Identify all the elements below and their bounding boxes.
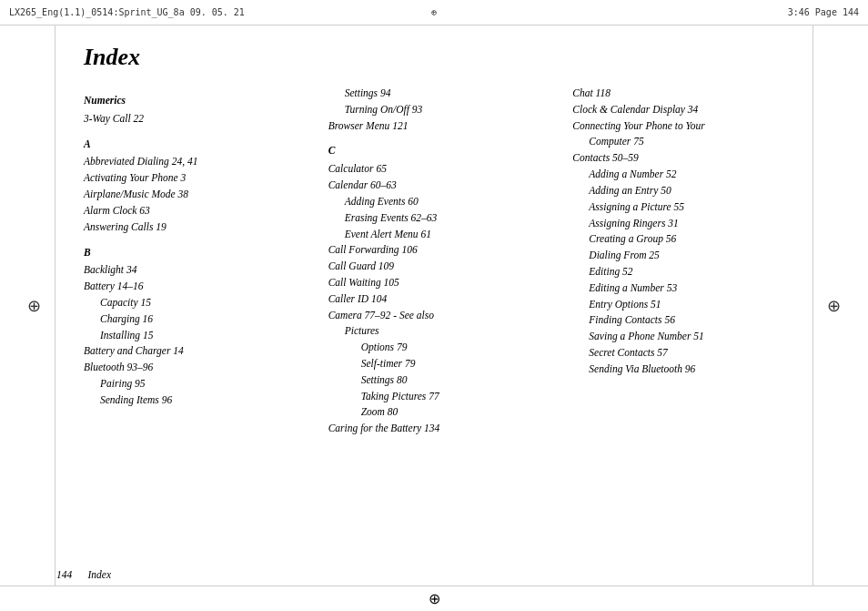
entry-erasing-events: Erasing Events 62–63 <box>345 210 559 227</box>
column-2: Settings 94 Turning On/Off 93 Browser Me… <box>321 86 566 586</box>
entry-adding-events: Adding Events 60 <box>345 194 559 210</box>
entry-sending-via-bt: Sending Via Bluetooth 96 <box>589 362 802 378</box>
entry-editing: Editing 52 <box>589 264 802 280</box>
entry-secret-contacts: Secret Contacts 57 <box>589 345 802 362</box>
entry-call-waiting: Call Waiting 105 <box>328 275 559 291</box>
column-3: Chat 118 Clock & Calendar Display 34 Con… <box>565 86 812 586</box>
page-container: LX265_Eng(1.1)_0514:Sprint_UG_8a 09. 05.… <box>0 0 868 611</box>
footer-section-name: Index <box>88 569 112 580</box>
entry-computer: Computer 75 <box>589 134 802 150</box>
entry-creating-group: Creating a Group 56 <box>589 231 802 248</box>
entry-dialing-from: Dialing From 25 <box>589 248 802 264</box>
entry-connecting-phone: Connecting Your Phone to Your <box>572 118 802 135</box>
entry-options: Options 79 <box>361 340 559 356</box>
entry-bluetooth: Bluetooth 93–96 <box>84 360 314 376</box>
entry-3waycall: 3-Way Call 22 <box>84 111 314 127</box>
entry-editing-number: Editing a Number 53 <box>589 280 802 297</box>
index-columns: Numerics 3-Way Call 22 A Abbreviated Dia… <box>56 86 812 586</box>
column-1: Numerics 3-Way Call 22 A Abbreviated Dia… <box>56 86 321 586</box>
entry-adding-entry: Adding an Entry 50 <box>589 183 802 199</box>
entry-selftimer: Self-timer 79 <box>361 356 559 372</box>
entry-backlight: Backlight 34 <box>84 262 314 279</box>
entry-adding-number: Adding a Number 52 <box>589 167 802 183</box>
side-crosshair-right: ⊕ <box>827 296 841 316</box>
page-title: Index <box>84 44 812 71</box>
entry-installing: Installing 15 <box>100 328 314 344</box>
section-b: B <box>84 245 314 261</box>
footer-crosshair: ⊕ <box>429 590 440 607</box>
entry-browser-menu: Browser Menu 121 <box>328 118 559 135</box>
section-c: C <box>328 143 559 159</box>
entry-assigning-ringers: Assigning Ringers 31 <box>589 216 802 232</box>
entry-bt-settings: Settings 94 <box>345 86 559 102</box>
entry-charging: Charging 16 <box>100 311 314 328</box>
entry-airplane: Airplane/Music Mode 38 <box>84 187 314 203</box>
entry-chat: Chat 118 <box>572 86 802 102</box>
margin-line-right <box>812 25 813 586</box>
entry-clock-calendar: Clock & Calendar Display 34 <box>572 102 802 118</box>
entry-answering: Answering Calls 19 <box>84 219 314 236</box>
entry-sending-items: Sending Items 96 <box>100 392 314 409</box>
content-area: Index Numerics 3-Way Call 22 A Abbreviat… <box>56 25 812 586</box>
entry-caller-id: Caller ID 104 <box>328 291 559 308</box>
entry-entry-options: Entry Options 51 <box>589 297 802 313</box>
entry-bt-turning: Turning On/Off 93 <box>345 102 559 118</box>
entry-finding-contacts: Finding Contacts 56 <box>589 312 802 329</box>
entry-battery: Battery 14–16 <box>84 279 314 295</box>
header-crosshair: ⊕ <box>431 7 437 17</box>
header-left: LX265_Eng(1.1)_0514:Sprint_UG_8a 09. 05.… <box>9 7 788 17</box>
header-right: 3:46 Page 144 <box>788 7 859 17</box>
entry-assigning-picture: Assigning a Picture 55 <box>589 199 802 216</box>
entry-pictures-label: Pictures <box>345 323 559 340</box>
entry-alarm: Alarm Clock 63 <box>84 203 314 219</box>
entry-taking-pictures: Taking Pictures 77 <box>361 389 559 405</box>
entry-call-forwarding: Call Forwarding 106 <box>328 242 559 259</box>
section-numerics: Numerics <box>84 93 314 109</box>
entry-calculator: Calculator 65 <box>328 161 559 178</box>
entry-event-alert: Event Alert Menu 61 <box>345 227 559 243</box>
entry-abbrev-dialing: Abbreviated Dialing 24, 41 <box>84 154 314 170</box>
entry-contacts: Contacts 50–59 <box>572 150 802 167</box>
section-a: A <box>84 137 314 153</box>
footer-page-info: 144 Index <box>56 569 111 586</box>
entry-battery-charger: Battery and Charger 14 <box>84 343 314 360</box>
entry-cam-settings: Settings 80 <box>361 372 559 389</box>
entry-pairing: Pairing 95 <box>100 376 314 392</box>
entry-activating: Activating Your Phone 3 <box>84 170 314 187</box>
entry-camera: Camera 77–92 - See also <box>328 308 559 324</box>
entry-saving-phone: Saving a Phone Number 51 <box>589 329 802 345</box>
margin-line-left <box>55 25 56 586</box>
entry-call-guard: Call Guard 109 <box>328 259 559 275</box>
footer-page-number: 144 <box>56 569 72 580</box>
entry-calendar: Calendar 60–63 <box>328 178 559 194</box>
header-bar: LX265_Eng(1.1)_0514:Sprint_UG_8a 09. 05.… <box>0 0 868 25</box>
entry-zoom: Zoom 80 <box>361 404 559 421</box>
side-crosshair-left: ⊕ <box>27 296 41 316</box>
entry-caring-battery: Caring for the Battery 134 <box>328 421 559 437</box>
footer-bar: ⊕ <box>0 586 868 611</box>
entry-capacity: Capacity 15 <box>100 295 314 311</box>
